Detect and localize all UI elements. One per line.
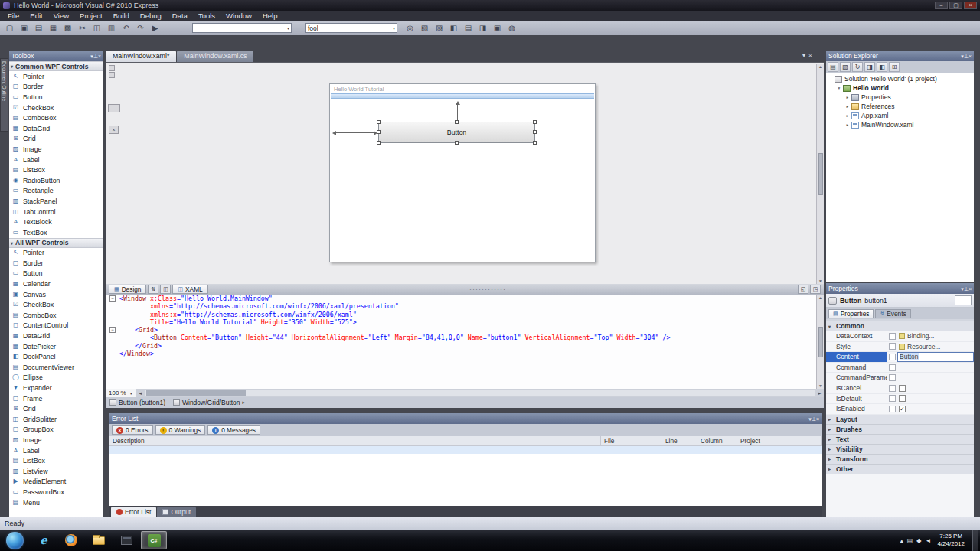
toolbox-item-tabcontrol[interactable]: ◫TabControl [9, 207, 103, 217]
checkbox-icon[interactable] [899, 385, 906, 392]
breadcrumb-item-button[interactable]: Button (button1) [109, 399, 165, 406]
toolbox-title-bar[interactable]: Toolbox ▾⊥× [9, 51, 103, 61]
panel-tab-output[interactable]: Output [157, 507, 196, 517]
document-outline-tab[interactable]: Document Outline [0, 58, 8, 132]
toolbox-item-menu[interactable]: ▤Menu [9, 497, 103, 508]
xaml-horizontal-scrollbar[interactable]: ◄ ► [136, 389, 824, 397]
toolbox-item-grid[interactable]: ⊞Grid [9, 403, 103, 414]
resize-handle[interactable] [533, 130, 537, 134]
property-marker[interactable] [889, 364, 896, 371]
toolbox-item-textbox[interactable]: ▭TextBox [9, 227, 103, 238]
menu-file[interactable]: File [2, 11, 24, 20]
toolbox-item-calendar[interactable]: ▦Calendar [9, 279, 103, 289]
property-marker[interactable] [889, 385, 896, 392]
checkbox-icon[interactable]: ✓ [899, 406, 906, 412]
code-text[interactable]: Title="Hello World Tutorial" Height="350… [119, 318, 357, 326]
taskbar-clock[interactable]: 7:25 PM 4/24/2012 [937, 533, 965, 549]
property-datacontext[interactable]: DataContextBinding... [826, 331, 974, 342]
code-text[interactable]: xmlns:x="http://schemas.microsoft.com/wi… [119, 311, 357, 318]
search-combo[interactable]: fool ▾ [305, 23, 397, 33]
toolbox-item-documentviewer[interactable]: ▤DocumentViewer [9, 362, 103, 373]
expander-icon[interactable]: ▾ [836, 86, 842, 90]
xaml-editor[interactable]: −<Window x:Class="Hello_World.MainWindow… [106, 295, 816, 389]
start-button[interactable] [6, 532, 24, 549]
toolbox-item-stackpanel[interactable]: ▥StackPanel [9, 196, 103, 207]
show-hidden-icons-icon[interactable]: ▴ [900, 537, 903, 544]
properties-title-bar[interactable]: Properties ▾⊥× [826, 283, 974, 294]
open-file-icon[interactable]: ▤ [32, 22, 45, 34]
tree-item-hello-world[interactable]: ▾Hello World [826, 83, 974, 93]
toolbox-item-label[interactable]: ALabel [9, 155, 103, 165]
properties-tab-events[interactable]: ↯Events [875, 309, 910, 318]
save-all-icon[interactable]: ▩ [61, 22, 74, 34]
toolbox-item-listbox[interactable]: ▤ListBox [9, 165, 103, 175]
designer-close-widget[interactable]: × [109, 126, 119, 134]
expander-icon[interactable]: ▸ [828, 426, 834, 432]
comment-icon[interactable]: ▧ [418, 22, 431, 34]
tree-item-mainwindow-xaml[interactable]: ▸MainWindow.xaml [826, 120, 974, 129]
expander-icon[interactable]: ▸ [828, 466, 834, 471]
property-commandparameter[interactable]: CommandParameter [826, 373, 974, 383]
toolbox-item-combobox[interactable]: ▤ComboBox [9, 112, 103, 123]
minimize-button[interactable]: – [935, 2, 948, 9]
toolbox-item-contentcontrol[interactable]: ◻ContentControl [9, 321, 103, 331]
toolbox-item-gridsplitter[interactable]: ◫GridSplitter [9, 414, 103, 425]
start-debug-icon[interactable]: ▶ [149, 22, 162, 34]
volume-icon[interactable]: ◄ [925, 537, 931, 544]
swap-panes-icon[interactable]: ⇅ [148, 285, 158, 294]
properties-window-icon[interactable]: ▤ [462, 22, 475, 34]
checkbox-icon[interactable] [899, 395, 906, 402]
code-text[interactable]: <Grid> [119, 326, 158, 334]
scroll-up-icon[interactable]: ▲ [818, 64, 822, 69]
property-marker[interactable] [889, 354, 896, 360]
toolbox-item-ellipse[interactable]: ◯Ellipse [9, 373, 103, 383]
toolbox-item-button[interactable]: ▭Button [9, 269, 103, 279]
save-icon[interactable]: ▦ [47, 22, 60, 34]
breadcrumb-item-path[interactable]: Window/Grid/Button ▸ [173, 399, 245, 406]
close-icon[interactable]: × [969, 54, 972, 59]
toolbox-item-canvas[interactable]: ▣Canvas [9, 289, 103, 300]
show-all-files-icon[interactable]: ▧ [840, 62, 851, 72]
panel-tab-error-list[interactable]: Error List [111, 507, 156, 517]
error-list-title-bar[interactable]: Error List ▾⊥× [109, 413, 822, 424]
menu-view[interactable]: View [48, 11, 74, 20]
close-icon[interactable]: × [98, 54, 101, 59]
toolbox-item-image[interactable]: ▨Image [9, 435, 103, 445]
toolbox-item-image[interactable]: ▨Image [9, 144, 103, 155]
properties-tab-properties[interactable]: ▤Properties [828, 309, 874, 318]
scroll-up-icon[interactable]: ▲ [818, 295, 822, 300]
designed-button[interactable]: Button [378, 122, 535, 143]
taskbar-item-firefox[interactable] [58, 531, 84, 549]
toolbox-item-dockpanel[interactable]: ◧DockPanel [9, 351, 103, 362]
taskbar-item-app-window[interactable] [113, 531, 139, 549]
toolbox-item-checkbox[interactable]: ☑CheckBox [9, 299, 103, 310]
scrollbar-thumb[interactable] [146, 390, 246, 396]
tab-mainwindow-xaml[interactable]: MainWindow.xaml* [106, 51, 176, 62]
toolbox-item-datagrid[interactable]: ▦DataGrid [9, 123, 103, 134]
undo-icon[interactable]: ↶ [119, 22, 132, 34]
toolbox-item-combobox[interactable]: ▤ComboBox [9, 310, 103, 321]
taskbar-item-visual-csharp[interactable]: C# [141, 531, 167, 549]
expand-pane-icon[interactable]: ◳ [810, 285, 821, 294]
find-in-files-icon[interactable]: ◎ [403, 22, 416, 34]
category-brushes[interactable]: ▸Brushes [826, 425, 974, 435]
property-value[interactable] [897, 383, 974, 393]
toolbox-item-datagrid[interactable]: ▦DataGrid [9, 331, 103, 341]
property-value[interactable]: Resource... [897, 342, 974, 352]
resize-handle[interactable] [533, 141, 537, 145]
property-marker[interactable] [889, 374, 896, 381]
refresh-icon[interactable]: ↻ [852, 62, 863, 72]
toolbox-item-expander[interactable]: ▼Expander [9, 383, 103, 393]
zoom-level[interactable]: 100 % ▾ [106, 389, 136, 397]
toolbox-item-pointer[interactable]: ↖Pointer [9, 71, 103, 82]
show-desktop-button[interactable] [972, 530, 978, 551]
toolbox-section-common-wpf-controls[interactable]: ▾Common WPF Controls [9, 61, 103, 71]
expander-icon[interactable]: ▸ [828, 446, 834, 452]
resize-handle[interactable] [377, 120, 381, 124]
taskbar-item-internet-explorer[interactable]: e [31, 531, 57, 549]
toolbox-item-checkbox[interactable]: ☑CheckBox [9, 103, 103, 113]
code-text[interactable]: <Button Content="Button" Height="44" Hor… [119, 334, 670, 341]
find-combo[interactable]: ▾ [192, 23, 292, 33]
menu-data[interactable]: Data [167, 11, 193, 20]
category-text[interactable]: ▸Text [826, 435, 974, 445]
